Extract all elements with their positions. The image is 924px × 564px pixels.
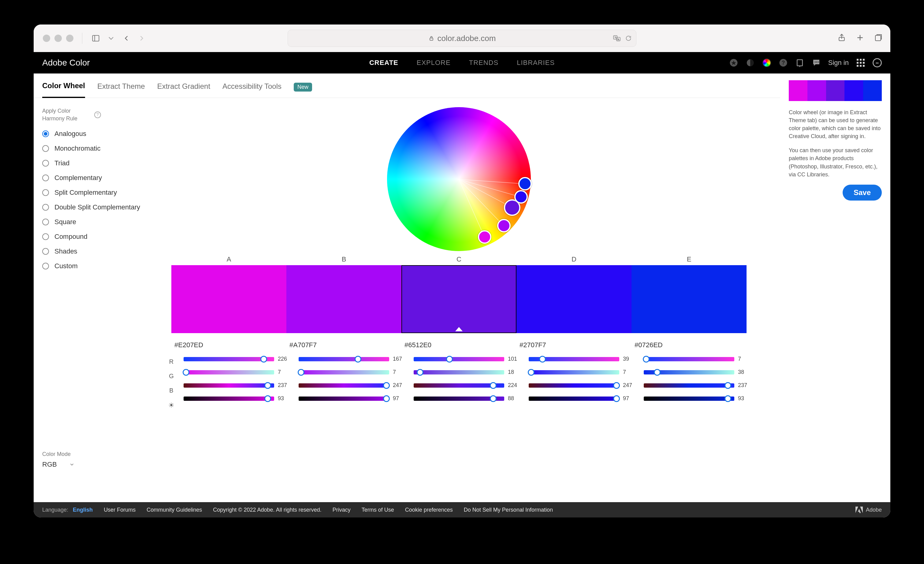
hex-value[interactable]: #A707F7 [290,341,398,349]
subnav-tab-extract-gradient[interactable]: Extract Gradient [157,82,210,97]
harmony-option-shades[interactable]: Shades [42,247,146,256]
slider-value[interactable]: 247 [623,382,638,388]
hex-value[interactable]: #6512E0 [405,341,513,349]
feedback-icon[interactable] [812,58,821,68]
harmony-option-custom[interactable]: Custom [42,262,146,270]
slider-g[interactable]: 18 [414,369,523,375]
color-wheel-icon[interactable] [762,58,771,68]
forward-button[interactable] [137,33,147,43]
harmony-option-double-split-complementary[interactable]: Double Split Complementary [42,203,146,211]
wheel-handle[interactable] [518,177,532,191]
hex-value[interactable]: #0726ED [634,341,744,349]
harmony-option-monochromatic[interactable]: Monochromatic [42,144,146,152]
adobe-brand[interactable]: Adobe [855,506,882,513]
swatch[interactable] [286,265,401,333]
harmony-option-compound[interactable]: Compound [42,233,146,241]
swatch[interactable] [516,265,632,333]
wheel-handle[interactable] [497,219,511,232]
help-icon[interactable]: ? [778,58,788,68]
app-logo[interactable]: Adobe Color [42,58,90,68]
slider-value[interactable]: 7 [738,356,753,362]
slider-br[interactable]: 88 [414,395,523,402]
slider-br[interactable]: 93 [644,395,753,402]
slider-b[interactable]: 224 [414,382,523,388]
slider-b[interactable]: 247 [298,382,408,388]
slider-value[interactable]: 101 [508,356,523,362]
slider-value[interactable]: 226 [278,356,292,362]
apps-grid-icon[interactable] [856,58,865,68]
slider-g[interactable]: 7 [184,369,292,375]
swatch[interactable] [632,265,747,333]
slider-br[interactable]: 97 [298,395,408,402]
signin-link[interactable]: Sign in [828,59,849,67]
slider-value[interactable]: 167 [393,356,408,362]
harmony-option-analogous[interactable]: Analogous [42,130,146,138]
footer-link[interactable]: User Forums [104,507,135,513]
slider-g[interactable]: 7 [298,369,408,375]
harmony-option-triad[interactable]: Triad [42,159,146,167]
footer-link[interactable]: Terms of Use [362,507,394,513]
wheel-handle[interactable] [478,230,491,244]
slider-r[interactable]: 226 [184,356,292,362]
sidebar-toggle-icon[interactable] [91,33,100,43]
slider-value[interactable]: 237 [278,382,292,388]
announcement-icon[interactable] [795,58,804,68]
url-bar[interactable]: color.adobe.com [288,30,636,47]
new-tab-icon[interactable] [855,33,865,44]
color-mode-select[interactable]: RGB [42,460,75,468]
slider-value[interactable]: 93 [278,395,292,402]
nav-tab-explore[interactable]: EXPLORE [417,59,451,67]
footer-link[interactable]: Community Guidelines [147,507,202,513]
slider-value[interactable]: 7 [623,369,638,375]
slider-value[interactable]: 93 [738,395,753,402]
color-wheel[interactable] [387,107,531,251]
nav-tab-trends[interactable]: TRENDS [469,59,498,67]
slider-r[interactable]: 39 [529,356,638,362]
wheel-handle[interactable] [514,190,528,204]
nav-tab-create[interactable]: CREATE [369,59,398,67]
translate-icon[interactable] [613,34,621,42]
share-icon[interactable] [837,33,846,44]
footer-link[interactable]: Privacy [333,507,351,513]
language-value[interactable]: English [73,507,93,513]
slider-value[interactable]: 88 [508,395,523,402]
slider-value[interactable]: 38 [738,369,753,375]
harmony-option-split-complementary[interactable]: Split Complementary [42,189,146,197]
traffic-lights[interactable] [43,35,74,42]
slider-r[interactable]: 7 [644,356,753,362]
hex-value[interactable]: #E207ED [174,341,284,349]
back-button[interactable] [122,33,131,43]
slider-r[interactable]: 101 [414,356,523,362]
slider-b[interactable]: 237 [184,382,292,388]
footer-link[interactable]: Do Not Sell My Personal Information [464,507,553,513]
slider-br[interactable]: 93 [184,395,292,402]
slider-value[interactable]: 247 [393,382,408,388]
slider-g[interactable]: 38 [644,369,753,375]
slider-value[interactable]: 7 [278,369,292,375]
slider-b[interactable]: 237 [644,382,753,388]
reload-icon[interactable] [625,35,632,42]
subnav-tab-extract-theme[interactable]: Extract Theme [97,82,145,97]
slider-r[interactable]: 167 [298,356,408,362]
save-button[interactable]: Save [843,185,882,200]
subnav-tab-accessibility-tools[interactable]: Accessibility Tools [222,82,282,97]
footer-link[interactable]: Cookie preferences [405,507,453,513]
creative-cloud-icon[interactable]: ∞ [873,58,882,68]
tabs-overview-icon[interactable] [874,33,883,44]
slider-br[interactable]: 97 [529,395,638,402]
slider-value[interactable]: 97 [393,395,408,402]
slider-value[interactable]: 237 [738,382,753,388]
swatch[interactable] [401,265,516,333]
footer-link[interactable]: Copyright © 2022 Adobe. All rights reser… [213,507,321,513]
slider-g[interactable]: 7 [529,369,638,375]
hex-value[interactable]: #2707F7 [519,341,628,349]
slider-value[interactable]: 224 [508,382,523,388]
info-icon[interactable]: ? [94,111,101,118]
slider-value[interactable]: 18 [508,369,523,375]
star-icon[interactable] [729,58,738,68]
slider-value[interactable]: 7 [393,369,408,375]
harmony-option-square[interactable]: Square [42,218,146,226]
chevron-down-icon[interactable] [106,33,116,43]
harmony-option-complementary[interactable]: Complementary [42,174,146,182]
contrast-icon[interactable] [746,58,755,68]
